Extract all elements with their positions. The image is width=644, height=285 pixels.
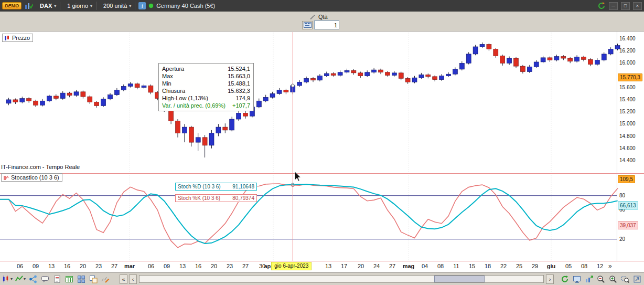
expand-icon xyxy=(633,275,641,283)
price-axis[interactable]: 15.770,3 109,5 66,613 39,037 16.40016.20… xyxy=(618,31,644,261)
zoom-in-button[interactable] xyxy=(608,274,618,284)
date-tick-month: mar xyxy=(124,263,135,269)
candle xyxy=(27,99,31,101)
table-button[interactable] xyxy=(64,274,74,284)
date-tick: 27 xyxy=(111,263,117,269)
date-tick: 13 xyxy=(325,263,331,269)
scrollbar-thumb[interactable] xyxy=(434,276,485,282)
stoch-k-tooltip: Stoch %K (10 3 6) 80,79374 xyxy=(175,194,257,202)
tooltip-row: High-Low (1,13%)174,9 xyxy=(162,94,250,102)
stoch-d-label: Stoch %D (10 3 6) xyxy=(178,184,221,189)
pencil-chart-icon xyxy=(101,275,110,283)
news-button[interactable] xyxy=(52,274,62,284)
feed-watermark: IT-Finance.com - Tempo Reale xyxy=(1,164,80,170)
price-axis-label: 15.200 xyxy=(619,109,636,114)
indicators-button[interactable]: ▾ xyxy=(15,274,26,284)
date-tick: 08 xyxy=(437,263,444,269)
stoch-k-line xyxy=(0,184,618,248)
price-legend[interactable]: Prezzo xyxy=(2,34,33,42)
order-pen-icon xyxy=(309,14,315,19)
refresh-icon[interactable] xyxy=(597,2,606,10)
candle xyxy=(209,133,214,145)
demo-mode-badge: DEMO xyxy=(2,2,22,9)
date-tick: 20 xyxy=(358,263,364,269)
expand-chart-button[interactable] xyxy=(632,274,642,284)
candle xyxy=(372,70,377,72)
candle xyxy=(196,138,200,142)
stochastic-legend[interactable]: Stocastico (10 3 6) xyxy=(1,173,62,182)
minimize-button[interactable]: ─ xyxy=(609,2,618,10)
stochastic-legend-label: Stocastico (10 3 6) xyxy=(11,174,59,181)
date-tick: 13 xyxy=(179,263,186,269)
candle xyxy=(101,99,106,106)
draw-tools-button[interactable] xyxy=(100,274,111,284)
date-tick-month: giu xyxy=(547,263,556,269)
workspace-button[interactable] xyxy=(572,274,582,284)
split-windows-icon xyxy=(89,275,98,283)
scroll-forward-button[interactable]: › xyxy=(546,275,554,284)
candle xyxy=(263,97,268,101)
stoch-k-label: Stoch %K (10 3 6) xyxy=(178,195,220,201)
last-price-badge: 15.770,3 xyxy=(618,73,642,81)
chat-button[interactable] xyxy=(40,274,50,284)
zoom-out-icon xyxy=(597,275,605,283)
chart-scrollbar[interactable] xyxy=(139,275,544,283)
date-tick: 24 xyxy=(373,263,380,269)
zoom-out-button[interactable] xyxy=(596,274,606,284)
candle xyxy=(392,73,396,76)
auto-scale-button[interactable] xyxy=(584,274,594,284)
scroll-fast-back-button[interactable]: « xyxy=(120,275,127,284)
candle xyxy=(135,84,139,88)
grid-layout-button[interactable] xyxy=(76,274,87,284)
date-tick: 22 xyxy=(500,263,507,269)
timeframe-dropdown[interactable]: 1 giorno ▾ xyxy=(63,2,96,10)
candle xyxy=(324,73,329,76)
split-chart-button[interactable] xyxy=(88,274,99,284)
price-axis-label: 15.600 xyxy=(619,85,636,90)
chart-canvas[interactable] xyxy=(0,0,644,285)
zoom-selection-button[interactable] xyxy=(620,274,630,284)
date-tick: 25 xyxy=(516,263,522,269)
info-button[interactable]: i xyxy=(138,2,146,9)
reload-data-button[interactable] xyxy=(560,274,570,284)
share-button[interactable] xyxy=(28,274,38,284)
candle xyxy=(34,101,38,105)
maximize-button[interactable]: □ xyxy=(621,2,630,10)
keyboard-button[interactable] xyxy=(302,21,313,29)
share-icon xyxy=(29,275,37,283)
units-dropdown[interactable]: 200 unità ▾ xyxy=(100,2,135,10)
instrument-name: Germany 40 Cash (5€) xyxy=(156,3,215,9)
date-tick: 20 xyxy=(211,263,217,269)
symbol-dropdown[interactable]: DAX ▾ xyxy=(36,2,60,10)
keyboard-icon xyxy=(304,22,312,28)
chevron-down-icon: ▾ xyxy=(24,277,26,281)
candle xyxy=(466,54,471,63)
quantity-input[interactable] xyxy=(314,20,339,29)
trading-platform-window: DEMO DAX ▾ 1 giorno ▾ 200 unità ▾ i Germ… xyxy=(0,0,644,285)
symbol-label: DAX xyxy=(40,3,52,9)
candle xyxy=(527,67,532,71)
chart-type-button[interactable]: ▾ xyxy=(2,274,13,284)
date-axis-more-button[interactable]: » xyxy=(608,262,612,270)
chevron-down-icon: ▾ xyxy=(54,4,56,8)
candle xyxy=(40,101,45,105)
candle xyxy=(53,96,58,99)
timeframe-label: 1 giorno xyxy=(67,3,88,9)
candle xyxy=(114,90,119,94)
close-button[interactable]: × xyxy=(633,2,642,10)
candle xyxy=(297,82,302,86)
candle xyxy=(480,44,485,47)
candle xyxy=(582,57,586,60)
candle xyxy=(514,58,519,66)
candle xyxy=(500,56,505,63)
candle xyxy=(284,90,288,92)
date-tick: 17 xyxy=(341,263,347,269)
candle xyxy=(74,92,79,96)
candle xyxy=(473,47,478,54)
candle xyxy=(453,69,457,74)
candle xyxy=(520,66,525,71)
scroll-back-button[interactable]: ‹ xyxy=(129,275,137,284)
date-axis[interactable]: gio 6-apr-2023 » 06091316202327mar060913… xyxy=(0,261,617,272)
candle xyxy=(202,138,207,145)
candle xyxy=(317,76,322,80)
